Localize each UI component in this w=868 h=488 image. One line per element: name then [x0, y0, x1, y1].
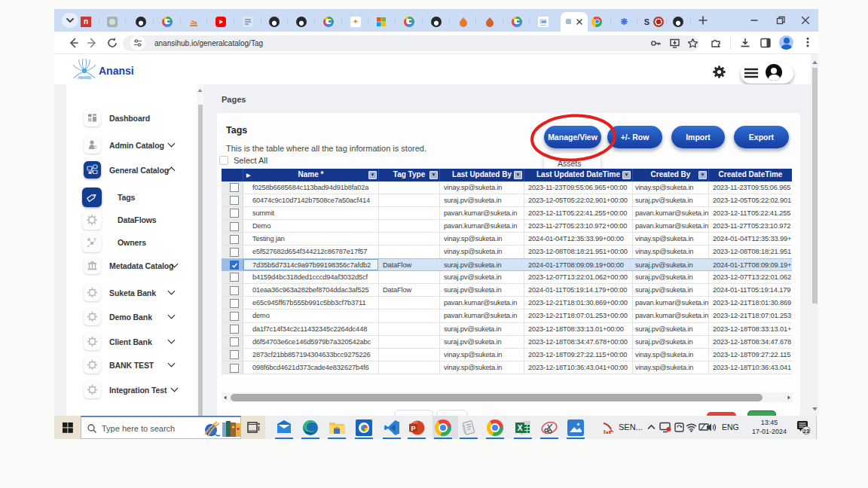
svg-text:23: 23	[803, 428, 809, 435]
svg-text:ANANSI: ANANSI	[78, 76, 91, 80]
svg-text:X: X	[518, 424, 523, 432]
svg-text:P: P	[411, 425, 415, 432]
